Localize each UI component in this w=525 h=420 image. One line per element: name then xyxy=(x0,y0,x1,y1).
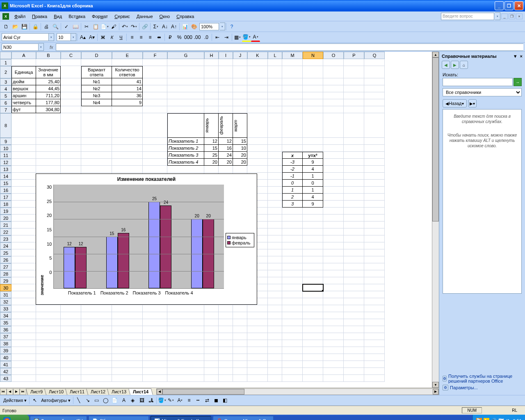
redo-button[interactable]: ↷ xyxy=(129,22,138,31)
row-header-40[interactable]: 40 xyxy=(0,354,11,361)
row-header-25[interactable]: 25 xyxy=(0,249,11,256)
spelling-button[interactable]: ✓ xyxy=(62,22,71,31)
taskbar-item-0[interactable]: 💽 Локальный диск (E:) xyxy=(30,416,87,420)
column-header-E[interactable]: E xyxy=(112,52,143,59)
column-header-F[interactable]: F xyxy=(143,52,167,59)
menu-file[interactable]: Файл xyxy=(11,13,28,20)
line-color-button[interactable]: ✎ xyxy=(167,396,176,405)
tray-clock[interactable]: 0:51 xyxy=(513,418,522,420)
sheet-tab-Лист10[interactable]: Лист10 xyxy=(44,388,68,395)
row-header-37[interactable]: 37 xyxy=(0,333,11,340)
scroll-up-button[interactable]: ▲ xyxy=(432,52,439,57)
tray-update-icon[interactable]: ⚠ xyxy=(484,418,489,420)
column-header-K[interactable]: K xyxy=(247,52,268,59)
formula-input[interactable] xyxy=(56,43,523,51)
decrease-font-button[interactable]: A▾ xyxy=(87,33,96,42)
row-header-33[interactable]: 33 xyxy=(0,305,11,312)
tab-next-button[interactable]: ▶ xyxy=(13,388,20,395)
underline-button[interactable]: Ч xyxy=(116,33,126,42)
menu-window[interactable]: Окно xyxy=(157,13,173,20)
row-header-15[interactable]: 15 xyxy=(0,180,11,187)
row-header-28[interactable]: 28 xyxy=(0,270,11,277)
increase-indent-button[interactable]: ⇥ xyxy=(222,33,231,42)
picture-button[interactable]: 🏞 xyxy=(146,396,155,405)
font-size-box[interactable]: 10 xyxy=(57,33,71,41)
row-header-34[interactable]: 34 xyxy=(0,312,11,319)
row-header-22[interactable]: 22 xyxy=(0,228,11,235)
embedded-chart[interactable]: Изменение показателей значение 302520151… xyxy=(36,173,257,305)
textbox-button[interactable]: 📄 xyxy=(110,396,119,405)
autosum-button[interactable]: Σ xyxy=(151,22,160,31)
hyperlink-button[interactable]: 🔗 xyxy=(140,22,149,31)
mdi-minimize[interactable]: _ xyxy=(501,14,508,19)
fill-color-draw-button[interactable]: 🪣 xyxy=(158,396,167,405)
taskpane-dropdown-icon[interactable]: ▼ xyxy=(513,54,518,59)
bold-button[interactable]: Ж xyxy=(98,33,107,42)
font-name-box[interactable]: Arial Cyr xyxy=(2,33,49,41)
taskpane-services-link[interactable]: ⚙ Получить службы на странице решений па… xyxy=(443,374,522,383)
taskbar-item-2[interactable]: 📊 Microsoft Excel - Кни... xyxy=(151,416,211,420)
align-center-button[interactable]: ≡ xyxy=(137,33,146,42)
taskpane-close-icon[interactable]: × xyxy=(520,54,523,59)
percent-button[interactable]: % xyxy=(175,33,184,42)
3d-button[interactable]: ◧ xyxy=(221,396,230,405)
row-header-26[interactable]: 26 xyxy=(0,256,11,263)
column-header-L[interactable]: L xyxy=(268,52,282,59)
paste-button[interactable]: 📄 xyxy=(100,22,109,31)
scroll-left-button[interactable]: ◀ xyxy=(157,389,162,395)
comma-button[interactable]: 000 xyxy=(184,33,193,42)
row-header-39[interactable]: 39 xyxy=(0,347,11,354)
tray-rss-icon[interactable]: 📡 xyxy=(476,418,482,420)
copy-button[interactable]: 📋 xyxy=(91,22,100,31)
row-header-6[interactable]: 6 xyxy=(0,99,11,106)
tab-first-button[interactable]: ⏮ xyxy=(0,388,7,395)
system-tray[interactable]: 📡 ⚠ 🔊 🇷🇺 🕪 0:51 xyxy=(472,415,525,420)
row-header-18[interactable]: 18 xyxy=(0,201,11,208)
font-color-draw-button[interactable]: A xyxy=(176,396,185,405)
italic-button[interactable]: К xyxy=(107,33,116,42)
autoshapes-menu[interactable]: Автофигуры ▾ xyxy=(39,397,72,404)
scroll-right-button[interactable]: ▶ xyxy=(433,389,438,395)
new-button[interactable]: 🗋 xyxy=(2,22,11,31)
undo-button[interactable]: ↶ xyxy=(120,22,129,31)
column-header-D[interactable]: D xyxy=(81,52,112,59)
column-header-N[interactable]: N xyxy=(303,52,323,59)
row-header-19[interactable]: 19 xyxy=(0,208,11,215)
row-header-32[interactable]: 32 xyxy=(0,298,11,305)
row-header-35[interactable]: 35 xyxy=(0,319,11,326)
zoom-dropdown[interactable]: ▾ xyxy=(220,23,225,30)
sheet-tab-Лист12[interactable]: Лист12 xyxy=(86,388,110,395)
taskpane-forward-button[interactable]: ▶▾ xyxy=(468,99,477,107)
draw-actions-menu[interactable]: Действия ▾ xyxy=(2,397,28,404)
row-header-4[interactable]: 4 xyxy=(0,85,11,92)
row-header-5[interactable]: 5 xyxy=(0,92,11,99)
arrow-style-button[interactable]: ⇄ xyxy=(203,396,212,405)
taskpane-forward-nav[interactable]: ▶ xyxy=(451,61,459,69)
column-header-H[interactable]: H xyxy=(204,52,219,59)
format-painter-button[interactable]: 🖌 xyxy=(109,22,118,31)
menu-insert[interactable]: Вставка xyxy=(66,13,88,20)
line-button[interactable]: ╲ xyxy=(74,396,83,405)
currency-button[interactable]: ₽ xyxy=(166,33,175,42)
column-header-Q[interactable]: Q xyxy=(364,52,385,59)
minimize-button[interactable]: _ xyxy=(495,1,504,10)
sort-desc-button[interactable]: A↑ xyxy=(169,22,178,31)
help-button[interactable]: ? xyxy=(227,22,236,31)
arrow-button[interactable]: ↘ xyxy=(83,396,92,405)
row-header-38[interactable]: 38 xyxy=(0,340,11,347)
taskpane-options-link[interactable]: ⚙ Параметры... xyxy=(443,385,522,390)
oval-button[interactable]: ◯ xyxy=(101,396,110,405)
font-size-dropdown[interactable]: ▾ xyxy=(71,33,76,41)
row-header-17[interactable]: 17 xyxy=(0,194,11,201)
menu-tools[interactable]: Сервис xyxy=(112,13,133,20)
shadow-button[interactable]: ◼ xyxy=(212,396,221,405)
tab-last-button[interactable]: ⏭ xyxy=(20,388,26,395)
increase-decimal-button[interactable]: .00 xyxy=(193,33,202,42)
column-header-C[interactable]: C xyxy=(61,52,81,59)
column-header-P[interactable]: P xyxy=(344,52,364,59)
taskpane-back-button[interactable]: ◀ Назад ▾ xyxy=(443,99,467,107)
chart-wizard-button[interactable]: 📊 xyxy=(180,22,189,31)
dash-style-button[interactable]: ┅ xyxy=(194,396,203,405)
row-header-36[interactable]: 36 xyxy=(0,326,11,333)
row-header-14[interactable]: 14 xyxy=(0,173,11,180)
